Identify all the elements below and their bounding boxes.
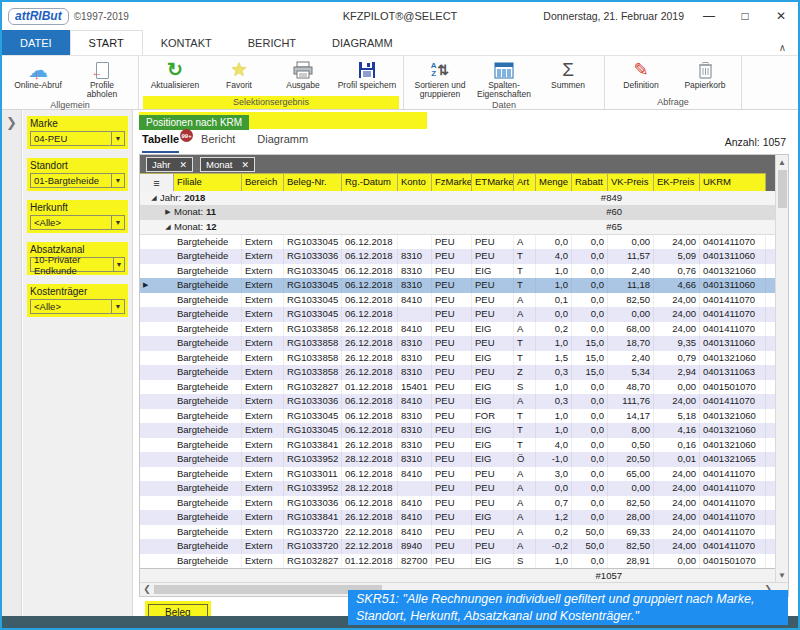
table-row[interactable]: BargteheideExternRG103303606.12.20188410… <box>140 394 788 409</box>
chevron-down-icon[interactable]: ▼ <box>113 258 124 271</box>
cell-vk-preis: 0,00 <box>608 481 654 496</box>
table-row[interactable]: BargteheideExternRG103385826.12.20188310… <box>140 351 788 366</box>
cell-rabatt: 15,0 <box>572 365 608 380</box>
table-row[interactable]: BargteheideExternRG103282701.12.20181540… <box>140 380 788 395</box>
vertical-scroll-thumb[interactable] <box>778 170 787 208</box>
ribbon-button-spalten-eigenschaften[interactable]: Spalten- Eigenschaften <box>472 58 536 99</box>
view-tab-diagramm[interactable]: Diagramm <box>257 133 308 153</box>
ribbon-button-aktualisieren[interactable]: ↻Aktualisieren <box>143 58 207 90</box>
chevron-down-icon[interactable]: ▼ <box>111 300 124 313</box>
table-row[interactable]: BargteheideExternRG103282701.12.20188270… <box>140 554 788 569</box>
table-row[interactable]: BargteheideExternRG103304506.12.20188310… <box>140 264 788 279</box>
table-row[interactable]: BargteheideExternRG103384126.12.20188310… <box>140 438 788 453</box>
chevron-down-icon[interactable]: ▼ <box>111 132 124 145</box>
scroll-left-icon[interactable]: ❮ <box>140 583 154 596</box>
table-row[interactable]: BargteheideExternRG103304506.12.20188410… <box>140 293 788 308</box>
group-row-monat-11[interactable]: ▶Monat:11#60 <box>140 206 788 221</box>
table-row[interactable]: BargteheideExternRG103303606.12.20188310… <box>140 249 788 264</box>
cell-art: T <box>514 423 536 438</box>
table-row[interactable]: BargteheideExternRG103304506.12.20188310… <box>140 409 788 424</box>
menu-tab-datei[interactable]: DATEI <box>2 30 70 55</box>
ribbon-collapse-button[interactable]: ∧ <box>779 42 798 55</box>
column-header-art[interactable]: Art <box>514 173 536 191</box>
collapse-icon[interactable]: ◢ <box>148 191 160 205</box>
group-row-monat-12[interactable]: ◢Monat:12#65 <box>140 220 788 235</box>
filter-dropdown-kostentr-ger[interactable]: <Alle>▼ <box>30 299 125 314</box>
skr51-caption: SKR51: "Alle Rechnungen individuell gefi… <box>348 590 788 625</box>
column-header-etmarke[interactable]: ETMarke <box>472 173 514 191</box>
view-title-highlight: Positionen nach KRM <box>139 112 427 129</box>
chevron-down-icon[interactable]: ▼ <box>111 174 124 187</box>
ribbon-button-online-abruf[interactable]: ☁↓Online-Abruf <box>6 58 70 90</box>
menu-tab-start[interactable]: START <box>70 30 143 55</box>
main-area: ❯ Marke04-PEU▼Standort01-Bargteheide▼Her… <box>2 110 798 616</box>
close-icon[interactable]: ✕ <box>241 160 249 170</box>
scroll-down-icon[interactable]: ▼ <box>776 569 788 582</box>
table-row[interactable]: BargteheideExternRG103384126.12.20188410… <box>140 510 788 525</box>
group-row-jahr-2018[interactable]: ◢Jahr:2018#849 <box>140 191 788 206</box>
group-chip-monat[interactable]: Monat✕ <box>200 157 255 172</box>
column-header-bereich[interactable]: Bereich <box>242 173 284 191</box>
column-header-rabatt[interactable]: Rabatt <box>572 173 608 191</box>
filter-label: Marke <box>30 118 125 129</box>
column-header-ek-preis[interactable]: EK-Preis <box>654 173 700 191</box>
view-tab-bericht[interactable]: Bericht <box>201 133 235 153</box>
filter-dropdown-herkunft[interactable]: <Alle>▼ <box>30 215 125 230</box>
chevron-right-icon[interactable]: ❯ <box>2 110 21 136</box>
table-row[interactable]: BargteheideExternRG103304506.12.2018PEUP… <box>140 235 788 250</box>
maximize-button[interactable]: □ <box>734 9 756 23</box>
chevron-down-icon[interactable]: ▼ <box>111 216 124 229</box>
sidebar-collapse-strip[interactable]: ❯ <box>2 110 22 616</box>
table-row[interactable]: ▶BargteheideExternRG103304506.12.2018831… <box>140 278 788 293</box>
table-row[interactable]: BargteheideExternRG103395228.12.20188310… <box>140 452 788 467</box>
column-header-beleg-nr[interactable]: Beleg-Nr. <box>284 173 342 191</box>
table-row[interactable]: BargteheideExternRG103385826.12.20188310… <box>140 365 788 380</box>
ribbon-button-sortieren-und-gruppieren[interactable]: AZ⇅Sortieren und gruppieren <box>408 58 472 99</box>
ribbon-button-profil-speichern[interactable]: Profil speichern <box>335 58 399 90</box>
collapse-icon[interactable]: ◢ <box>162 220 174 234</box>
menu-tab-diagramm[interactable]: DIAGRAMM <box>314 30 411 55</box>
column-header-filiale[interactable]: Filiale <box>174 173 242 191</box>
column-header-ukrm[interactable]: UKRM <box>700 173 766 191</box>
filter-dropdown-absatzkanal[interactable]: 10-Privater Endkunde▼ <box>30 257 125 272</box>
cell-rabatt: 0,0 <box>572 293 608 308</box>
close-icon[interactable]: ✕ <box>179 160 187 170</box>
column-header-fzmarke[interactable]: FzMarke <box>432 173 472 191</box>
close-button[interactable]: ✕ <box>770 9 792 23</box>
filter-dropdown-standort[interactable]: 01-Bargteheide▼ <box>30 173 125 188</box>
expand-icon[interactable]: ▶ <box>162 205 174 219</box>
menu-tab-bericht[interactable]: BERICHT <box>230 30 314 55</box>
table-row[interactable]: BargteheideExternRG103304506.12.20188310… <box>140 423 788 438</box>
table-row[interactable]: BargteheideExternRG103395228.12.2018PEUP… <box>140 481 788 496</box>
ribbon-button-ausgabe[interactable]: Ausgabe <box>271 58 335 90</box>
table-row[interactable]: BargteheideExternRG103385826.12.20188310… <box>140 336 788 351</box>
table-row[interactable]: BargteheideExternRG103303606.12.20188410… <box>140 496 788 511</box>
ribbon-button-papierkorb[interactable]: Papierkorb <box>673 58 737 90</box>
ribbon-button-summen[interactable]: ΣSummen <box>536 58 600 90</box>
ribbon-button-definition[interactable]: ✎Definition <box>609 58 673 90</box>
column-header-konto[interactable]: Konto <box>398 173 432 191</box>
ribbon-group-selektionsergebnis: ↻Aktualisieren★FavoritAusgabeProfil spei… <box>139 56 404 109</box>
table-row[interactable]: BargteheideExternRG103301106.12.20188410… <box>140 467 788 482</box>
ribbon-button-profile-abholen[interactable]: ←Profile abholen <box>70 58 134 99</box>
ribbon-button-favorit[interactable]: ★Favorit <box>207 58 271 90</box>
minimize-button[interactable]: — <box>698 9 720 23</box>
table-row[interactable]: BargteheideExternRG103304506.12.2018PEUP… <box>140 307 788 322</box>
column-header-menge[interactable]: Menge <box>536 173 572 191</box>
filter-dropdown-marke[interactable]: 04-PEU▼ <box>30 131 125 146</box>
cell-bereich: Extern <box>242 322 284 337</box>
vertical-scrollbar[interactable]: ▲ ▼ <box>775 155 788 582</box>
column-header-rg-datum[interactable]: Rg.-Datum <box>342 173 398 191</box>
scroll-up-icon[interactable]: ▲ <box>776 156 788 169</box>
ribbon-button-label: Summen <box>551 81 585 90</box>
table-row[interactable]: BargteheideExternRG103372022.12.20188410… <box>140 525 788 540</box>
menu-tab-kontakt[interactable]: KONTAKT <box>143 30 230 55</box>
column-header-vk-preis[interactable]: VK-Preis <box>608 173 654 191</box>
view-tab-tabelle[interactable]: Tabelle99+ <box>142 133 179 153</box>
table-row[interactable]: BargteheideExternRG103385826.12.20188410… <box>140 322 788 337</box>
row-selector <box>140 380 160 395</box>
table-row[interactable]: BargteheideExternRG103372022.12.20188940… <box>140 539 788 554</box>
cell-konto: 8410 <box>398 496 432 511</box>
column-menu-icon[interactable]: ≡ <box>140 173 174 191</box>
group-chip-jahr[interactable]: Jahr✕ <box>146 157 193 172</box>
